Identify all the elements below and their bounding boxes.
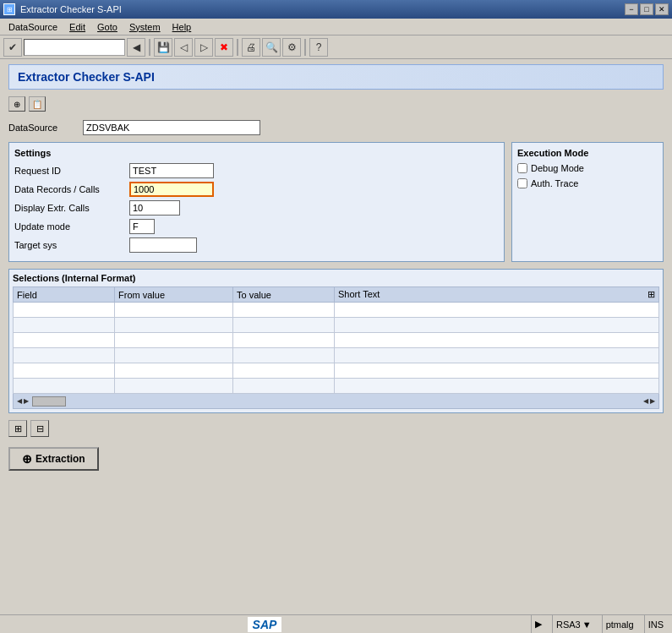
panels-row: Settings Request ID Data Records / Calls… [8, 142, 664, 262]
update-mode-input[interactable] [129, 219, 155, 234]
display-extr-input[interactable] [129, 200, 180, 216]
col-field: Field [14, 287, 115, 303]
target-sys-label: Target sys [14, 240, 124, 250]
minimize-button[interactable]: − [625, 3, 638, 15]
status-play-btn[interactable]: ▶ [531, 615, 545, 633]
title-bar-text: Extractor Checker S-API [20, 4, 122, 14]
datasource-section: DataSource [8, 120, 664, 135]
back-button[interactable]: ◀ [127, 38, 145, 57]
request-id-input[interactable] [129, 163, 214, 178]
header-icon-2[interactable]: 📋 [29, 96, 46, 112]
extraction-icon: ⊕ [22, 452, 32, 466]
execution-mode-title: Execution Mode [517, 148, 658, 158]
status-system[interactable]: RSA3 ▼ [552, 615, 595, 633]
menu-datasource[interactable]: DataSource [3, 20, 63, 34]
settings-title: Settings [14, 148, 499, 158]
scroll-left-icon[interactable]: ◀ [17, 397, 22, 405]
table-row [14, 348, 659, 363]
table-row [14, 363, 659, 379]
find-button[interactable]: 🔍 [262, 38, 281, 57]
settings-panel: Settings Request ID Data Records / Calls… [8, 142, 505, 262]
help-button[interactable]: ? [309, 38, 328, 57]
sap-logo: SAP [248, 617, 282, 632]
scroll-down-icon[interactable]: ▶ [650, 397, 655, 405]
extraction-label: Extraction [36, 453, 85, 465]
table-row [14, 303, 659, 318]
content-area: Extractor Checker S-API ⊕ 📋 DataSource S… [0, 59, 672, 614]
table-icon-button-1[interactable]: ⊞ [8, 420, 27, 437]
datasource-label: DataSource [8, 123, 76, 133]
selections-panel: Selections (Internal Format) Field From … [8, 269, 664, 413]
title-bar: ⊞ Extractor Checker S-API − □ ✕ [0, 0, 672, 19]
display-extr-label: Display Extr. Calls [14, 203, 124, 213]
toolbar-sep-3 [304, 39, 306, 56]
table-icon-button-2[interactable]: ⊟ [30, 420, 49, 437]
auth-trace-row: Auth. Trace [517, 178, 658, 188]
debug-mode-row: Debug Mode [517, 163, 658, 173]
debug-mode-checkbox[interactable] [517, 163, 527, 173]
dropdown-icon[interactable]: ▼ [582, 619, 592, 630]
target-sys-input[interactable] [129, 237, 197, 253]
display-extr-row: Display Extr. Calls [14, 200, 499, 216]
selections-table-area[interactable]: Field From value To value Short Text ⊞ [13, 286, 659, 394]
target-sys-row: Target sys [14, 237, 499, 253]
selections-table-header: Field From value To value Short Text ⊞ [14, 287, 659, 303]
checkmark-button[interactable]: ✔ [3, 38, 22, 57]
stop-button[interactable]: ✖ [215, 38, 233, 57]
next-button[interactable]: ▷ [194, 38, 213, 57]
toolbar-sep-2 [237, 39, 238, 56]
menu-goto[interactable]: Goto [92, 20, 123, 34]
page-header-icons: ⊕ 📋 [8, 96, 664, 112]
datasource-input[interactable] [83, 120, 260, 135]
auth-trace-label: Auth. Trace [531, 178, 578, 188]
execution-mode-panel: Execution Mode Debug Mode Auth. Trace [511, 142, 664, 262]
col-from: From value [115, 287, 233, 303]
toolbar: ✔ ◀ 💾 ◁ ▷ ✖ 🖨 🔍 ⚙ ? [0, 35, 672, 59]
prev-button[interactable]: ◁ [174, 38, 193, 57]
extraction-section: ⊕ Extraction [8, 447, 664, 471]
extraction-button[interactable]: ⊕ Extraction [8, 447, 99, 471]
status-client: ptmalg [602, 615, 637, 633]
status-bar: SAP ▶ RSA3 ▼ ptmalg INS [0, 614, 672, 633]
close-button[interactable]: ✕ [655, 3, 669, 15]
settings-button[interactable]: ⚙ [282, 38, 301, 57]
table-row [14, 318, 659, 333]
debug-mode-label: Debug Mode [531, 163, 584, 173]
menu-bar: DataSource Edit Goto System Help [0, 19, 672, 35]
toolbar-sep-1 [149, 39, 150, 56]
request-id-label: Request ID [14, 166, 124, 176]
page-header: Extractor Checker S-API [8, 64, 664, 90]
selections-table: Field From value To value Short Text ⊞ [13, 286, 659, 394]
bottom-buttons: ⊞ ⊟ [8, 420, 664, 437]
horizontal-scroll-arrows[interactable]: ◀ ▶ [17, 396, 66, 407]
scroll-up-icon[interactable]: ◀ [643, 397, 648, 405]
resize-icon[interactable]: ⊞ [647, 289, 655, 300]
scroll-right-icon[interactable]: ▶ [24, 397, 29, 405]
table-footer: ◀ ▶ ◀ ▶ [13, 394, 659, 409]
title-bar-left: ⊞ Extractor Checker S-API [3, 3, 122, 15]
update-mode-label: Update mode [14, 221, 124, 232]
page-title: Extractor Checker S-API [18, 70, 155, 84]
request-id-row: Request ID [14, 163, 499, 178]
auth-trace-checkbox[interactable] [517, 178, 527, 188]
play-icon[interactable]: ▶ [535, 619, 542, 630]
vertical-scroll-arrows[interactable]: ◀ ▶ [643, 397, 655, 405]
menu-help[interactable]: Help [167, 20, 197, 34]
data-records-input[interactable] [129, 182, 214, 197]
col-short: Short Text ⊞ [335, 287, 659, 303]
app-icon: ⊞ [3, 3, 15, 15]
command-input[interactable] [24, 39, 125, 56]
menu-edit[interactable]: Edit [64, 20, 90, 34]
status-mode: INS [644, 615, 667, 633]
page-header-section: Extractor Checker S-API ⊕ 📋 [8, 64, 664, 112]
maximize-button[interactable]: □ [640, 3, 653, 15]
selections-table-body [14, 303, 659, 394]
window-controls[interactable]: − □ ✕ [625, 3, 669, 15]
data-records-label: Data Records / Calls [14, 184, 124, 194]
header-icon-1[interactable]: ⊕ [8, 96, 25, 112]
print-button[interactable]: 🖨 [242, 38, 260, 57]
h-scrollbar-thumb[interactable] [32, 396, 66, 407]
save-button[interactable]: 💾 [154, 38, 172, 57]
table-row [14, 379, 659, 394]
menu-system[interactable]: System [124, 20, 166, 34]
